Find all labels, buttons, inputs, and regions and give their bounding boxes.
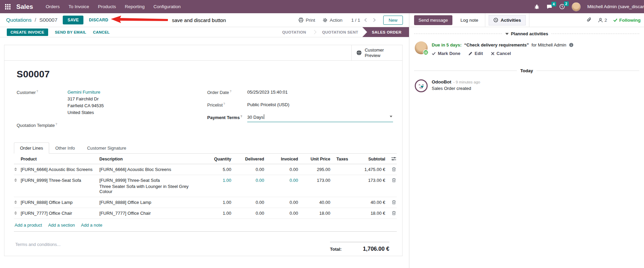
cancel-activity-button[interactable]: Cancel [491,51,511,57]
table-row[interactable]: [FURN_8888] Office Lamp [FURN_8888] Offi… [14,197,397,208]
payment-terms-label: Payment Terms [207,114,247,122]
trash-icon [392,200,396,205]
save-button[interactable]: SAVE [63,16,83,24]
table-row[interactable]: [FURN_6666] Acoustic Bloc Screens [FURN_… [14,164,397,175]
order-date-label: Order Date [207,89,247,96]
state-sales-order[interactable]: SALES ORDER [363,27,409,37]
following-button[interactable]: Following [613,18,641,23]
notebook-tabs: Order Lines Other Info Customer Signatur… [14,142,397,154]
user-name[interactable]: Mitchell Admin (save_discar [587,4,644,9]
send-message-button[interactable]: Send message [414,15,452,25]
order-lines-table: Product Description Quantity Delivered I… [14,154,397,232]
info-icon[interactable] [569,43,573,47]
menu-orders[interactable]: Orders [41,0,64,13]
send-by-email-button[interactable]: SEND BY EMAIL [55,30,86,34]
delete-row-button[interactable] [385,167,397,172]
mark-done-button[interactable]: Mark Done [432,51,460,57]
terms-and-conditions-placeholder[interactable]: Terms and conditions... [15,242,61,252]
add-a-note-link[interactable]: Add a note [81,223,102,228]
apps-menu-button[interactable] [0,0,16,13]
drag-handle-icon[interactable] [14,211,17,215]
form-statusbar: CREATE INVOICE SEND BY EMAIL CANCEL QUOT… [0,27,409,37]
drag-handle-icon[interactable] [14,168,17,171]
state-quotation-sent[interactable]: QUOTATION SENT [317,27,364,37]
messages-badge: 4 [551,2,556,6]
delete-row-button[interactable] [385,178,397,183]
chatter-panel: Send message Log note Activities 2 Follo… [409,13,644,268]
top-navbar: Sales Orders To Invoice Products Reporti… [0,0,644,13]
action-button[interactable]: Action [323,18,343,23]
menu-to-invoice[interactable]: To Invoice [64,0,94,13]
form-sheet: Customer Preview S00007 Customer Gemini … [4,45,403,256]
debug-bug-icon[interactable] [534,4,540,9]
planned-activities-section: Planned activities [414,31,639,36]
message-body: Sales Order created [432,86,480,91]
order-date-field[interactable]: 05/25/2023 15:40:01 [247,89,288,96]
menu-reporting[interactable]: Reporting [120,0,149,13]
tab-other-info[interactable]: Other Info [49,142,81,154]
today-divider: Today [414,68,639,73]
activity-summary: “Check delivery requirements” [464,42,529,47]
pricelist-field[interactable]: Public Pricelist (USD) [247,102,289,109]
delete-row-button[interactable] [385,200,397,205]
edit-activity-button[interactable]: Edit [468,51,483,57]
odoobot-avatar [415,79,428,92]
trash-icon [392,178,396,183]
tab-customer-signature[interactable]: Customer Signature [81,142,133,154]
activity-clock-icon[interactable]: 2 [559,4,565,9]
create-invoice-button[interactable]: CREATE INVOICE [7,28,48,36]
customer-link[interactable]: Gemini Furniture [67,89,104,96]
drag-handle-icon[interactable] [14,178,17,182]
apps-grid-icon [5,4,11,9]
followers-button[interactable]: 2 [598,18,607,23]
table-row[interactable]: [FURN_7777] Office Chair [FURN_7777] Off… [14,208,397,219]
globe-icon [356,50,362,56]
discard-button[interactable]: DISCARD [89,18,108,22]
message-author[interactable]: OdooBot [432,79,451,84]
log-note-button[interactable]: Log note [457,15,482,25]
collapse-triangle-icon [505,33,509,35]
pager-previous-icon[interactable] [364,18,368,22]
pager-next-icon[interactable] [372,18,375,22]
table-header: Product Description Quantity Delivered I… [14,154,397,164]
menu-products[interactable]: Products [94,0,120,13]
customer-preview-button[interactable]: Customer Preview [351,45,402,60]
tab-order-lines[interactable]: Order Lines [14,142,49,154]
add-a-product-link[interactable]: Add a product [15,223,42,228]
breadcrumb-quotations-link[interactable]: Quotations [6,17,32,23]
state-quotation[interactable]: QUOTATION [277,27,312,37]
planned-activities-toggle[interactable]: Planned activities [505,31,548,36]
trash-icon [392,167,396,172]
column-settings-icon [391,157,396,161]
nav-menu: Orders To Invoice Products Reporting Con… [41,0,185,13]
chatter-message: OdooBot - 9 minutes ago Sales Order crea… [415,79,639,92]
breadcrumb-separator: / [35,17,36,23]
payment-terms-field[interactable]: 30 Days [247,114,393,122]
new-button[interactable]: New [383,16,403,25]
order-title: S00007 [17,69,397,80]
table-row[interactable]: [FURN_8999] Three-Seat Sofa [FURN_8999] … [14,175,397,197]
state-separator-icon [312,30,316,34]
total-value: 1,706.00 € [363,246,389,252]
drag-handle-icon[interactable] [14,200,17,204]
check-icon [613,18,618,22]
user-avatar[interactable] [572,2,581,11]
app-title[interactable]: Sales [16,3,33,11]
activities-button[interactable]: Activities [489,15,526,25]
delete-row-button[interactable] [385,211,397,215]
divider [529,13,529,27]
messages-icon[interactable]: 4 [546,4,552,9]
customer-label: Customer [17,89,67,116]
menu-configuration[interactable]: Configuration [149,0,185,13]
activity-type-badge-icon [423,50,429,55]
attachments-paperclip-icon[interactable] [586,17,592,23]
add-a-section-link[interactable]: Add a section [48,223,75,228]
print-button[interactable]: Print [298,18,315,23]
cancel-button[interactable]: CANCEL [93,30,110,34]
order-total: Total: 1,706.00 € [330,242,389,252]
clock-icon [493,18,498,22]
check-icon [432,52,436,55]
dropdown-arrow-icon[interactable] [390,116,392,117]
optional-columns-button[interactable] [385,157,397,161]
trash-icon [392,211,396,215]
